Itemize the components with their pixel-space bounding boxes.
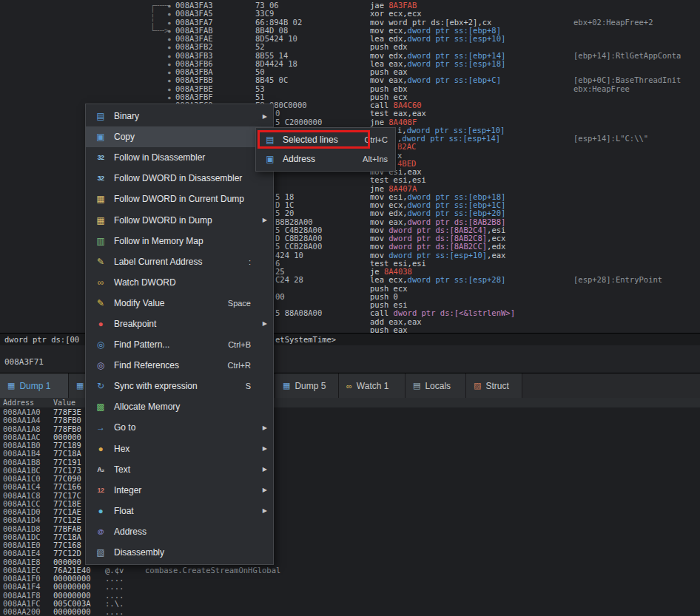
breakpoint-dot[interactable]: ● (168, 60, 171, 68)
instruction-bytes-fragment: 5 CCB28A00 (275, 243, 322, 251)
breakpoint-dot[interactable]: ● (168, 93, 171, 101)
breakpoint-dot[interactable]: ● (168, 76, 171, 84)
dump-row[interactable]: 008AA20000000000.... (0, 608, 700, 616)
dump-header-value: Value (53, 398, 75, 407)
info-bar-text-right: etSystemTime> (275, 334, 336, 346)
instruction-segment: mov (370, 226, 388, 234)
dump-address: 008AA1D4 (3, 516, 41, 524)
menu-item-hex[interactable]: ●Hex▶ (86, 439, 273, 459)
menu-item-label: Hex (110, 444, 267, 454)
instruction-segment: je (370, 267, 384, 276)
menu-item-follow-in-disassembler[interactable]: 32Follow in Disassembler (86, 147, 273, 168)
disasm-row[interactable]: ●008A3FB252push edx (0, 43, 700, 51)
submenu-item-address[interactable]: ▣AddressAlt+Ins (256, 149, 395, 169)
submenu-arrow-icon: ▶ (263, 487, 267, 493)
menu-item-label: Follow DWORD in Disassembler (110, 173, 267, 183)
menu-item-follow-dword-in-disassembler[interactable]: 32Follow DWORD in Disassembler (86, 168, 273, 189)
instruction-segment: push 0 (370, 292, 398, 301)
menu-item-modify-value[interactable]: ✎Modify ValueSpace (86, 293, 273, 314)
menu-item-follow-in-memory-map[interactable]: ▥Follow in Memory Map (86, 231, 273, 251)
tab-locals[interactable]: ▤Locals (405, 373, 466, 398)
instruction-segment: push eax (370, 67, 408, 76)
menu-item-breakpoint[interactable]: ●Breakpoint▶ (86, 314, 273, 334)
info-bar-text-left: dword ptr ds:[00 (4, 334, 79, 346)
dump-value: 00000000 (53, 583, 91, 591)
disasm-row[interactable]: ┌╌╌╌●008A3FA373 06jae 8A3FAB (0, 1, 700, 10)
menu-item-sync-with-expression[interactable]: ↻Sync with expressionS (86, 376, 273, 396)
instruction-segment: xor ecx,ecx (370, 9, 422, 18)
grid-icon: ▦ (76, 381, 84, 390)
disasm-row[interactable]: ●008A3FBB8B45 0Cmov eax,dword ptr ss:[eb… (0, 76, 700, 84)
disasm-row[interactable]: ●008A3FB68D4424 18lea eax,dword ptr ss:[… (0, 60, 700, 68)
dump-address: 008AA1E4 (3, 549, 41, 558)
dump-comment: combase.CreateStreamOnHGlobal (145, 566, 280, 575)
instruction-comment: ebx:HeapFree (573, 85, 630, 93)
breakpoint-dot[interactable]: ● (168, 35, 171, 43)
menu-item-label: Label Current Address (110, 257, 249, 267)
instruction-segment: dword ptr ss:[esp+10] (407, 126, 505, 135)
instruction-segment: lea eax, (370, 59, 408, 68)
menu-item-label: Sync with expression (110, 381, 246, 391)
instruction-address: 008A3FA5 (175, 10, 213, 18)
instruction-segment: 8A407A (388, 184, 417, 193)
dump-address: 008AA1B4 (3, 450, 41, 458)
disasm-row[interactable]: ╎●008A3FA766:894B 02mov word ptr ds:[ebx… (0, 18, 700, 27)
menu-item-float[interactable]: ●Float▶ (86, 501, 273, 521)
breakpoint-dot[interactable]: ● (168, 27, 171, 35)
find-pattern-icon: ◎ (92, 339, 110, 350)
instruction-segment: dword ptr ss:[ebp+1C] (408, 200, 506, 209)
breakpoint-dot[interactable]: ● (168, 10, 171, 18)
menu-item-integer[interactable]: 12Integer▶ (86, 480, 273, 501)
breakpoint-dot[interactable]: ● (168, 85, 171, 93)
dump-row[interactable]: 008AA1F400000000.... (0, 583, 700, 591)
instruction-bytes-fragment: C24 28 (275, 276, 303, 284)
menu-item-follow-dword-in-current-dump[interactable]: ▦Follow DWORD in Current Dump (86, 189, 273, 209)
menu-item-copy[interactable]: ▣Copy▶ (86, 126, 273, 147)
instruction-segment: ,ecx (487, 234, 505, 243)
menu-item-label: Address (110, 527, 267, 537)
instruction-segment: 8A3FAB (388, 1, 417, 10)
disasm-row[interactable]: ●008A3FBF51push ecx (0, 93, 700, 101)
follow-in-memory-map-icon: ▥ (92, 236, 110, 246)
menu-item-find-references[interactable]: ◎Find ReferencesCtrl+R (86, 355, 273, 376)
instruction-segment: test esi,esi (370, 259, 426, 268)
menu-item-binary[interactable]: ▤Binary▶ (86, 106, 273, 126)
instruction-bytes-fragment: 5 20 (275, 209, 294, 217)
submenu-arrow-icon: ▶ (263, 113, 267, 120)
menu-item-follow-dword-in-dump[interactable]: ▦Follow DWORD in Dump▶ (86, 209, 273, 230)
tab-label: Locals (425, 381, 451, 391)
menu-item-disassembly[interactable]: ▧Disassembly (86, 542, 273, 563)
instruction-segment: lea edx, (370, 34, 408, 43)
tab-dump-5[interactable]: ▦Dump 5 (275, 373, 339, 398)
tab-label: Dump 5 (295, 381, 326, 391)
menu-item-address[interactable]: @Address (86, 521, 273, 542)
breakpoint-dot[interactable]: ● (168, 1, 171, 10)
menu-item-go-to[interactable]: →Go to▶ (86, 417, 273, 438)
menu-item-label: Watch DWORD (110, 277, 267, 288)
disasm-row[interactable]: ●008A3FAE8D5424 10lea edx,dword ptr ss:[… (0, 35, 700, 43)
breakpoint-dot[interactable]: ● (168, 43, 171, 51)
dump-address: 008AA1F4 (3, 583, 41, 591)
instruction-segment: 8A4038 (384, 267, 412, 276)
breakpoint-dot[interactable]: ● (168, 52, 171, 60)
disasm-row[interactable]: ●008A3FB38B55 14mov edx,dword ptr ss:[eb… (0, 52, 700, 60)
menu-item-label: Follow in Memory Map (110, 236, 267, 246)
menu-item-label-current-address[interactable]: ✎Label Current Address: (86, 251, 273, 272)
menu-item-watch-dword[interactable]: ∞Watch DWORD (86, 272, 273, 293)
instruction-segment: mov (370, 251, 388, 260)
tab-dump-1[interactable]: ▦Dump 1 (0, 373, 69, 398)
menu-item-find-pattern[interactable]: ◎Find Pattern...Ctrl+B (86, 334, 273, 355)
dump-value: 778FB0 (53, 416, 81, 424)
instruction-segment: dword ptr ss:[esp+14] (402, 134, 500, 143)
tab-struct[interactable]: ▨Struct (466, 373, 522, 398)
menu-item-label: Float (110, 506, 267, 516)
disasm-row[interactable]: ●008A3FBE53push ebxebx:HeapFree (0, 85, 700, 93)
menu-item-allocate-memory[interactable]: ▩Allocate Memory (86, 396, 273, 417)
menu-item-text[interactable]: A₂Text▶ (86, 459, 273, 480)
tab-watch-1[interactable]: ∞Watch 1 (339, 373, 405, 398)
disasm-row[interactable]: └╌╌>●008A3FAB8B4D 08mov ecx,dword ptr ss… (0, 27, 700, 35)
follow-dword-in-current-dump-icon: ▦ (92, 194, 110, 204)
dump-ascii: .... (105, 583, 124, 591)
disasm-row[interactable]: ╎●008A3FA533C9xor ecx,ecx (0, 10, 700, 18)
breakpoint-dot[interactable]: ● (168, 68, 171, 76)
